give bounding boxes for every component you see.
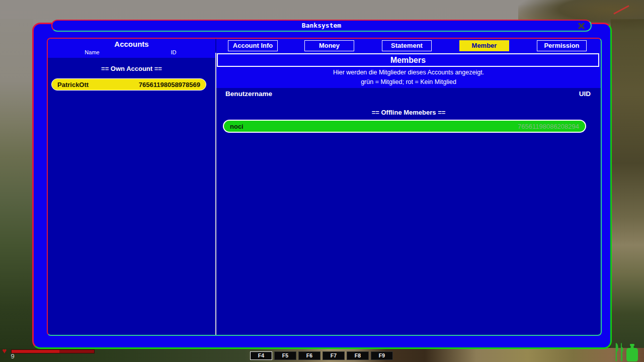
accounts-column-id: ID — [155, 49, 192, 55]
members-title: Members — [217, 53, 599, 67]
accounts-header: Accounts Name ID — [48, 39, 215, 58]
function-key-bar: F4 F5 F6 F7 F8 F9 — [250, 351, 393, 360]
accounts-column-name: Name — [73, 49, 111, 55]
member-row-noci[interactable]: noci 76561198086208294 — [223, 120, 586, 133]
fkey-f8[interactable]: F8 — [347, 351, 369, 360]
heart-icon: ♥ — [2, 347, 7, 354]
members-column-username: Benutzername — [225, 90, 272, 98]
background-terrain-right — [611, 19, 644, 362]
window-title: Banksystem — [302, 22, 341, 29]
hud-level-value: 9 — [8, 352, 17, 360]
members-description-line2: grün = Mitglied; rot = Kein Mitglied — [216, 77, 601, 87]
account-row-patrickott[interactable]: PatrickOtt 76561198058978569 — [51, 78, 206, 90]
fkey-f4[interactable]: F4 — [250, 351, 272, 360]
health-bar — [11, 349, 95, 353]
members-header-area: Account Info Money Statement Member Perm… — [216, 39, 601, 88]
members-description: Hier werden die Mitglieder dieses Accoun… — [216, 68, 601, 87]
tab-money[interactable]: Money — [304, 40, 354, 51]
member-name: noci — [230, 123, 244, 130]
fkey-f9[interactable]: F9 — [371, 351, 393, 360]
window-titlebar: Banksystem — [51, 20, 592, 32]
tab-account-info[interactable]: Account Info — [228, 40, 278, 51]
member-uid: 76561198086208294 — [518, 123, 579, 130]
own-account-section-header: == Own Account == — [48, 65, 215, 72]
background-terrain-left — [0, 19, 33, 362]
account-name: PatrickOtt — [57, 81, 89, 88]
food-icon — [613, 342, 625, 362]
close-icon[interactable] — [577, 22, 585, 30]
offline-members-section-header: == Offline Memebers == — [216, 109, 601, 116]
members-list-area: Benutzername UID == Offline Memebers == … — [216, 88, 601, 335]
tab-statement[interactable]: Statement — [382, 40, 432, 51]
members-column-uid: UID — [579, 90, 591, 98]
health-bar-fill — [12, 350, 59, 353]
bank-window: Accounts Name ID == Own Account == Patri… — [32, 23, 612, 349]
fkey-f5[interactable]: F5 — [274, 351, 296, 360]
account-id: 76561198058978569 — [139, 81, 200, 88]
fkey-f7[interactable]: F7 — [323, 351, 345, 360]
members-description-line1: Hier werden die Mitglieder dieses Accoun… — [216, 68, 601, 77]
bank-content-panel: Accounts Name ID == Own Account == Patri… — [47, 38, 602, 336]
tab-permission[interactable]: Permission — [537, 40, 587, 51]
accounts-title: Accounts — [48, 40, 215, 48]
water-icon — [625, 344, 640, 362]
tab-member[interactable]: Member — [459, 40, 509, 51]
fkey-f6[interactable]: F6 — [298, 351, 320, 360]
